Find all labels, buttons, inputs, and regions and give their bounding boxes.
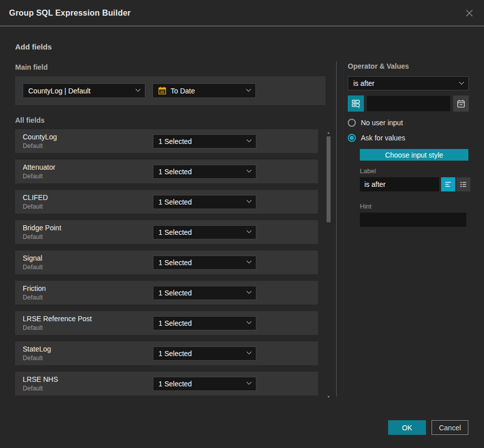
field-selection-value: 1 Selected — [158, 259, 243, 267]
field-row: LRSE Reference Post Default 1 Selected — [15, 311, 318, 335]
field-subtitle: Default — [23, 294, 153, 301]
field-row: Attenuator Default 1 Selected — [15, 160, 318, 183]
radio-ask-for-values[interactable]: Ask for values — [348, 134, 470, 142]
main-field-label: Main field — [15, 63, 331, 71]
field-row: Signal Default 1 Selected — [15, 251, 318, 274]
chevron-down-icon — [247, 259, 252, 264]
field-selection-dropdown[interactable]: 1 Selected — [153, 134, 256, 148]
fields-column: Main field CountyLog | Default — [15, 52, 331, 402]
operator-dropdown[interactable]: is after — [348, 76, 469, 90]
label-input[interactable] — [360, 177, 439, 191]
bullet-list-icon[interactable] — [456, 177, 470, 191]
field-selection-dropdown[interactable]: 1 Selected — [153, 256, 256, 270]
add-fields-heading: Add fields — [15, 42, 469, 51]
field-subtitle: Default — [23, 233, 153, 240]
field-selection-dropdown[interactable]: 1 Selected — [153, 286, 256, 300]
scroll-up-icon[interactable]: ▲ — [326, 131, 331, 134]
field-selection-value: 1 Selected — [158, 198, 243, 206]
field-name: CLIFED — [23, 193, 153, 202]
hint-input[interactable] — [360, 213, 466, 227]
field-subtitle: Default — [23, 142, 153, 150]
hint-label: Hint — [360, 203, 470, 210]
chevron-down-icon — [459, 79, 464, 84]
main-field-dropdown-value: CountyLog | Default — [28, 87, 132, 95]
field-selection-value: 1 Selected — [158, 380, 243, 388]
label-label: Label — [360, 167, 470, 175]
value-source-button[interactable] — [348, 95, 364, 112]
list-scrollbar[interactable]: ▲ ▼ — [326, 129, 331, 395]
field-selection-value: 1 Selected — [158, 137, 243, 145]
field-selection-dropdown[interactable]: 1 Selected — [153, 195, 256, 209]
calendar-picker-button[interactable] — [453, 95, 469, 112]
field-name: LRSE Reference Post — [23, 315, 153, 323]
main-field-panel: CountyLog | Default To — [15, 76, 326, 105]
field-name: StateLog — [23, 345, 153, 353]
calendar-icon — [158, 86, 167, 95]
scroll-down-icon[interactable]: ▼ — [326, 395, 331, 399]
chevron-down-icon — [247, 350, 252, 355]
scrollbar-thumb[interactable] — [327, 136, 331, 222]
field-name: LRSE NHS — [23, 375, 153, 383]
field-selection-dropdown[interactable]: 1 Selected — [153, 165, 256, 179]
field-subtitle: Default — [23, 355, 153, 362]
field-row: Bridge Point Default 1 Selected — [15, 220, 318, 244]
field-selection-dropdown[interactable]: 1 Selected — [153, 225, 256, 239]
field-selection-value: 1 Selected — [158, 228, 243, 236]
all-fields-list: CountyLog Default 1 Selected Attenuator … — [15, 129, 331, 395]
cancel-button[interactable]: Cancel — [432, 420, 468, 435]
all-fields-label: All fields — [15, 116, 331, 124]
chevron-down-icon — [247, 168, 252, 173]
operator-dropdown-value: is after — [353, 79, 456, 87]
field-selection-value: 1 Selected — [158, 289, 243, 297]
field-selection-dropdown[interactable]: 1 Selected — [153, 316, 256, 330]
field-selection-value: 1 Selected — [158, 319, 243, 327]
chevron-down-icon — [247, 137, 252, 142]
field-name: Bridge Point — [23, 224, 153, 232]
field-selection-value: 1 Selected — [158, 168, 243, 176]
ok-button[interactable]: OK — [388, 420, 426, 435]
dialog-body: Add fields Main field CountyLog | Defaul… — [0, 26, 484, 402]
field-subtitle: Default — [23, 264, 153, 271]
chevron-down-icon — [136, 87, 141, 92]
choose-input-style-button[interactable]: Choose input style — [360, 149, 468, 161]
align-left-icon[interactable] — [441, 177, 455, 191]
date-value-input[interactable] — [367, 96, 450, 111]
field-name: Attenuator — [23, 163, 153, 171]
operator-values-panel: Operator & Values is after — [337, 52, 470, 402]
date-type-dropdown-value: To Date — [171, 87, 243, 95]
field-selection-value: 1 Selected — [158, 350, 243, 358]
field-subtitle: Default — [23, 385, 153, 392]
chevron-down-icon — [246, 87, 251, 92]
field-row: CLIFED Default 1 Selected — [15, 190, 318, 214]
field-subtitle: Default — [23, 203, 153, 210]
operator-values-heading: Operator & Values — [348, 62, 470, 70]
field-row: LRSE NHS Default 1 Selected — [15, 372, 318, 395]
chevron-down-icon — [247, 319, 252, 324]
main-field-dropdown[interactable]: CountyLog | Default — [23, 83, 145, 98]
dialog-header: Group SQL Expression Builder — [0, 0, 484, 26]
radio-no-user-input[interactable]: No user input — [348, 119, 470, 127]
radio-ask-for-values-label: Ask for values — [361, 134, 405, 142]
field-selection-dropdown[interactable]: 1 Selected — [153, 377, 256, 391]
field-row: CountyLog Default 1 Selected — [15, 129, 318, 153]
field-name: Friction — [23, 284, 153, 292]
field-subtitle: Default — [23, 324, 153, 331]
field-subtitle: Default — [23, 173, 153, 180]
radio-no-user-input-label: No user input — [361, 119, 403, 127]
chevron-down-icon — [247, 198, 252, 203]
chevron-down-icon — [247, 228, 252, 233]
field-name: CountyLog — [23, 133, 153, 141]
dialog-footer: OK Cancel — [388, 420, 468, 435]
date-type-dropdown[interactable]: To Date — [152, 83, 256, 98]
radio-selected-icon — [348, 134, 356, 142]
dialog-title: Group SQL Expression Builder — [9, 9, 131, 18]
field-row: StateLog Default 1 Selected — [15, 341, 318, 365]
chevron-down-icon — [247, 289, 252, 294]
radio-circle-icon — [348, 119, 356, 127]
chevron-down-icon — [247, 380, 252, 385]
field-selection-dropdown[interactable]: 1 Selected — [153, 346, 256, 361]
close-icon[interactable] — [464, 8, 475, 19]
field-name: Signal — [23, 254, 153, 262]
field-row: Friction Default 1 Selected — [15, 281, 318, 305]
